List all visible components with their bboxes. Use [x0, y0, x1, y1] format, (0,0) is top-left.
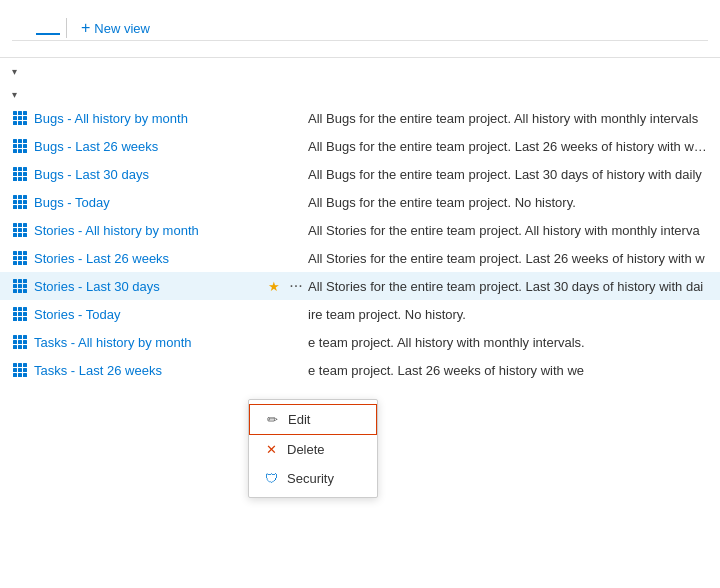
row-grid-icon	[12, 278, 28, 294]
row-star[interactable]: ★	[264, 279, 284, 294]
row-name[interactable]: Stories - Last 30 days	[34, 279, 264, 294]
row-desc: ire team project. No history.	[308, 307, 708, 322]
context-menu-item-security[interactable]: 🛡Security	[249, 464, 377, 493]
row-grid-icon	[12, 250, 28, 266]
row-star	[264, 111, 284, 126]
row-ellipsis-button	[284, 361, 308, 379]
row-grid-icon	[12, 306, 28, 322]
pencil-icon: ✏	[264, 412, 280, 427]
context-menu-item-delete[interactable]: ✕Delete	[249, 435, 377, 464]
row-ellipsis-button	[284, 109, 308, 127]
tabs-row: + New view	[12, 16, 708, 41]
row-ellipsis-button	[284, 137, 308, 155]
row-star	[264, 139, 284, 154]
row-star	[264, 335, 284, 350]
row-desc: All Bugs for the entire team project. No…	[308, 195, 708, 210]
context-menu-item-edit[interactable]: ✏Edit	[249, 404, 377, 435]
row-ellipsis-button	[284, 221, 308, 239]
tab-all[interactable]	[36, 22, 60, 34]
list-item[interactable]: Bugs - Last 26 weeks All Bugs for the en…	[0, 132, 720, 160]
row-name[interactable]: Bugs - Today	[34, 195, 264, 210]
row-star	[264, 167, 284, 182]
row-ellipsis-button	[284, 165, 308, 183]
page-header: + New view	[0, 0, 720, 45]
list-item[interactable]: Tasks - Last 26 weeks e team project. La…	[0, 356, 720, 384]
context-menu-label: Security	[287, 471, 334, 486]
row-name[interactable]: Tasks - All history by month	[34, 335, 264, 350]
x-icon: ✕	[263, 442, 279, 457]
tab-favorites[interactable]	[12, 22, 36, 34]
tab-divider	[66, 18, 67, 38]
row-star	[264, 363, 284, 378]
list-item[interactable]: Stories - All history by month All Stori…	[0, 216, 720, 244]
shield-icon: 🛡	[263, 471, 279, 486]
row-desc: All Stories for the entire team project.…	[308, 251, 708, 266]
list-item[interactable]: Tasks - All history by month e team proj…	[0, 328, 720, 356]
row-desc: All Stories for the entire team project.…	[308, 279, 708, 294]
plus-icon: +	[81, 20, 90, 36]
chevron-icon-2: ▾	[12, 89, 17, 100]
context-menu-label: Delete	[287, 442, 325, 457]
list-item[interactable]: Bugs - All history by month All Bugs for…	[0, 104, 720, 132]
row-grid-icon	[12, 334, 28, 350]
new-view-label: New view	[94, 21, 150, 36]
row-name[interactable]: Bugs - All history by month	[34, 111, 264, 126]
row-ellipsis-button	[284, 193, 308, 211]
row-name[interactable]: Bugs - Last 26 weeks	[34, 139, 264, 154]
row-ellipsis-button	[284, 249, 308, 267]
row-ellipsis-button	[284, 333, 308, 351]
shared-views-section[interactable]: ▾	[0, 81, 720, 104]
rows-container: Bugs - All history by month All Bugs for…	[0, 104, 720, 384]
chevron-icon: ▾	[12, 66, 17, 77]
row-desc: All Bugs for the entire team project. La…	[308, 167, 708, 182]
my-views-section[interactable]: ▾	[0, 58, 720, 81]
row-desc: All Bugs for the entire team project. La…	[308, 139, 708, 154]
row-star	[264, 195, 284, 210]
row-grid-icon	[12, 362, 28, 378]
row-grid-icon	[12, 110, 28, 126]
context-menu-label: Edit	[288, 412, 310, 427]
table-header	[0, 45, 720, 58]
row-ellipsis-button	[284, 305, 308, 323]
new-view-button[interactable]: + New view	[73, 16, 158, 40]
list-item[interactable]: Stories - Last 26 weeks All Stories for …	[0, 244, 720, 272]
row-grid-icon	[12, 166, 28, 182]
row-desc: All Bugs for the entire team project. Al…	[308, 111, 708, 126]
row-grid-icon	[12, 194, 28, 210]
list-item[interactable]: Bugs - Today All Bugs for the entire tea…	[0, 188, 720, 216]
row-name[interactable]: Stories - Today	[34, 307, 264, 322]
row-name[interactable]: Bugs - Last 30 days	[34, 167, 264, 182]
row-grid-icon	[12, 222, 28, 238]
row-star	[264, 307, 284, 322]
row-desc: e team project. Last 26 weeks of history…	[308, 363, 708, 378]
row-star	[264, 251, 284, 266]
row-grid-icon	[12, 138, 28, 154]
list-item[interactable]: Stories - Today ire team project. No his…	[0, 300, 720, 328]
row-name[interactable]: Stories - Last 26 weeks	[34, 251, 264, 266]
list-item[interactable]: Bugs - Last 30 days All Bugs for the ent…	[0, 160, 720, 188]
row-star	[264, 223, 284, 238]
row-desc: e team project. All history with monthly…	[308, 335, 708, 350]
context-menu: ✏Edit✕Delete🛡Security	[248, 399, 378, 498]
row-name[interactable]: Tasks - Last 26 weeks	[34, 363, 264, 378]
row-name[interactable]: Stories - All history by month	[34, 223, 264, 238]
row-desc: All Stories for the entire team project.…	[308, 223, 708, 238]
list-item[interactable]: Stories - Last 30 days★···All Stories fo…	[0, 272, 720, 300]
row-ellipsis-button[interactable]: ···	[284, 277, 308, 295]
